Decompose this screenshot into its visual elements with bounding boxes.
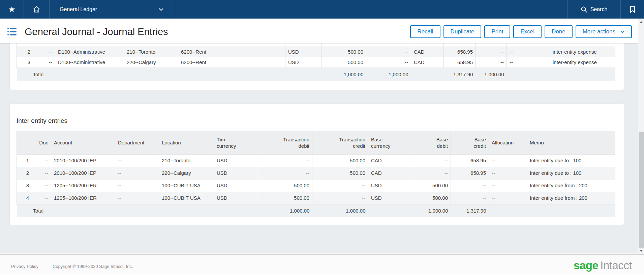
page-header: General Journal - Journal Entries Recall…: [0, 19, 644, 43]
table-row[interactable]: 3 -- D100--Administrative 220--Calgary 6…: [17, 57, 615, 67]
total-transaction-credit: 1,000.00: [312, 204, 368, 217]
total-row: Total 1,000.00 1,000.00 1,000.00 1,317.9…: [17, 204, 615, 217]
col-base-currency: Base currency: [368, 131, 415, 154]
bookmarks-button[interactable]: [620, 0, 644, 19]
done-button[interactable]: Done: [545, 25, 573, 38]
col-transaction-debit: Transaction debit: [258, 131, 312, 154]
table-row[interactable]: 3 -- 1205--100/200 IER -- 100--CUBIT USA…: [17, 179, 615, 192]
sage-logo-text: sage: [574, 259, 598, 272]
action-button-row: Recall Duplicate Print Excel Done More a…: [407, 25, 632, 38]
total-base-debit: 1,000.00: [415, 204, 451, 217]
col-transaction-credit: Transaction credit: [312, 131, 368, 154]
col-doc: Doc: [32, 131, 51, 154]
intacct-logo-text: Intacct: [600, 259, 632, 272]
total-transaction-debit: 1,000.00: [321, 67, 366, 81]
col-account: Account: [51, 131, 115, 154]
bookmark-icon: [630, 6, 635, 13]
table-row[interactable]: 2 -- 2010--100/200 IEP -- 220--Calgary U…: [17, 167, 615, 179]
table-row[interactable]: 1 -- 2010--100/200 IEP -- 210--Toronto U…: [17, 154, 615, 167]
duplicate-button[interactable]: Duplicate: [443, 25, 482, 38]
excel-button[interactable]: Excel: [513, 25, 542, 38]
chevron-down-icon: [620, 30, 625, 33]
total-base-debit: 1,317.90: [444, 67, 476, 81]
copyright-text: Copyright © 1999-2020 Sage Intacct, Inc.: [53, 264, 133, 269]
star-icon: ★: [8, 5, 16, 13]
section-title: Inter entity entries: [17, 117, 624, 125]
col-base-debit: Base debit: [415, 131, 451, 154]
home-button[interactable]: [24, 0, 50, 19]
col-location: Location: [159, 131, 214, 154]
more-actions-label: More actions: [583, 28, 615, 35]
col-department: Department: [115, 131, 159, 154]
chevron-down-icon: [158, 8, 164, 11]
total-transaction-credit: 1,000.00: [366, 67, 411, 81]
favorites-button[interactable]: ★: [0, 0, 24, 19]
page-title: General Journal - Journal Entries: [25, 26, 168, 37]
total-label: Total: [17, 67, 55, 81]
col-memo: Memo: [527, 131, 615, 154]
search-label: Search: [590, 6, 608, 12]
journal-entries-card: 2 -- D100--Administrative 210--Toronto 6…: [9, 43, 624, 90]
table-header-row: Doc Account Department Location Txn curr…: [17, 131, 615, 154]
total-label: Total: [17, 204, 51, 217]
total-row: Total 1,000.00 1,000.00 1,317.90 1,000.0…: [17, 67, 615, 81]
top-navbar: ★ General Ledger Search: [0, 0, 644, 19]
col-allocation: Allocation: [489, 131, 527, 154]
col-txn-currency: Txn currency: [214, 131, 258, 154]
journal-entries-table: 2 -- D100--Administrative 210--Toronto 6…: [17, 43, 615, 81]
search-icon: [581, 6, 587, 13]
total-transaction-debit: 1,000.00: [258, 204, 312, 217]
vertical-scrollbar[interactable]: [638, 19, 644, 254]
recall-button[interactable]: Recall: [410, 25, 440, 38]
home-icon: [32, 5, 41, 13]
table-row-clipped: [17, 43, 615, 47]
scroll-up-arrow[interactable]: [638, 19, 644, 25]
inter-entity-card: Inter entity entries Doc Account Departm…: [9, 103, 624, 225]
table-row[interactable]: 4 -- 1205--100/200 IER -- 100--CUBIT USA…: [17, 192, 615, 204]
col-base-credit: Base credit: [451, 131, 489, 154]
footer: Privacy Policy Copyright © 1999-2020 Sag…: [0, 254, 644, 275]
print-button[interactable]: Print: [484, 25, 510, 38]
more-actions-button[interactable]: More actions: [576, 25, 632, 38]
search-button[interactable]: Search: [567, 0, 620, 19]
total-base-credit: 1,317.90: [451, 204, 489, 217]
inter-entity-table: Doc Account Department Location Txn curr…: [17, 131, 615, 217]
col-num: [17, 131, 32, 154]
scrollbar-thumb[interactable]: [639, 132, 644, 248]
navbar-spacer: [175, 0, 567, 19]
table-row[interactable]: 2 -- D100--Administrative 210--Toronto 6…: [17, 47, 615, 57]
module-dropdown[interactable]: General Ledger: [50, 0, 175, 19]
total-base-credit: 1,000.00: [476, 67, 507, 81]
sage-intacct-logo: sageIntacct: [574, 259, 632, 272]
privacy-policy-link[interactable]: Privacy Policy: [11, 264, 38, 269]
journal-list-icon[interactable]: [7, 28, 17, 35]
module-dropdown-label: General Ledger: [60, 6, 158, 12]
scroll-down-arrow[interactable]: [638, 248, 644, 253]
